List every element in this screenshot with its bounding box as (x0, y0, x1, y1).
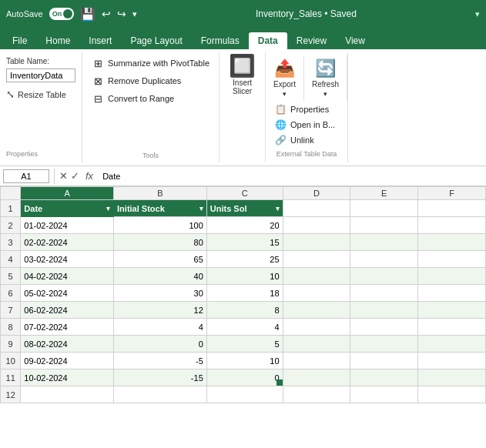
cell-f11[interactable] (418, 369, 486, 386)
cell-f1[interactable] (418, 200, 486, 217)
cell-f3[interactable] (418, 234, 486, 251)
unlink-button[interactable]: 🔗 Unlink (272, 133, 341, 147)
cell-d11[interactable] (283, 369, 350, 386)
cell-f7[interactable] (418, 302, 486, 319)
col-header-f[interactable]: F (418, 187, 486, 200)
cell-c6[interactable]: 18 (206, 285, 283, 302)
cell-c8[interactable]: 4 (206, 319, 283, 336)
cell-e7[interactable] (350, 302, 418, 319)
cell-b1[interactable]: Initial Stock ▾ (114, 200, 207, 217)
cell-d2[interactable] (283, 217, 350, 234)
cell-a8[interactable]: 07-02-2024 (21, 319, 114, 336)
cell-c11[interactable]: 0 (206, 369, 283, 386)
cell-e4[interactable] (350, 251, 418, 268)
sold-filter-arrow[interactable]: ▾ (276, 205, 280, 212)
cell-c3[interactable]: 15 (206, 234, 283, 251)
tab-home[interactable]: Home (36, 32, 79, 49)
tab-view[interactable]: View (336, 32, 374, 49)
cell-c10[interactable]: 10 (206, 353, 283, 369)
cell-d7[interactable] (283, 302, 350, 319)
cell-d9[interactable] (283, 336, 350, 353)
cell-e2[interactable] (350, 217, 418, 234)
cell-f6[interactable] (418, 285, 486, 302)
col-header-e[interactable]: E (350, 187, 418, 200)
cell-b7[interactable]: 12 (114, 302, 207, 319)
tab-file[interactable]: File (3, 32, 36, 49)
cell-f4[interactable] (418, 251, 486, 268)
tab-page-layout[interactable]: Page Layout (121, 32, 191, 49)
cell-b12[interactable] (114, 386, 207, 403)
tab-data[interactable]: Data (249, 32, 287, 49)
cell-e3[interactable] (350, 234, 418, 251)
cell-a4[interactable]: 03-02-2024 (21, 251, 114, 268)
cell-e11[interactable] (350, 369, 418, 386)
resize-table-button[interactable]: ⤡ Resize Table (6, 89, 66, 100)
remove-duplicates-button[interactable]: ⊠ Remove Duplicates (89, 73, 213, 89)
tab-formulas[interactable]: Formulas (192, 32, 249, 49)
cancel-formula-icon[interactable]: ✕ (59, 170, 68, 182)
col-header-c[interactable]: C (206, 187, 283, 200)
cell-b5[interactable]: 40 (114, 268, 207, 285)
cell-b9[interactable]: 0 (114, 336, 207, 353)
tab-insert[interactable]: Insert (79, 32, 121, 49)
cell-e9[interactable] (350, 336, 418, 353)
date-filter-arrow[interactable]: ▾ (106, 205, 110, 212)
convert-to-range-button[interactable]: ⊟ Convert to Range (89, 91, 213, 106)
cell-f9[interactable] (418, 336, 486, 353)
cell-b3[interactable]: 80 (114, 234, 207, 251)
summarize-pivot-button[interactable]: ⊞ Summarize with PivotTable (89, 55, 213, 71)
export-button[interactable]: 📤 Export ▾ (266, 55, 304, 101)
tab-review[interactable]: Review (287, 32, 336, 49)
cell-f12[interactable] (418, 386, 486, 403)
cell-e5[interactable] (350, 268, 418, 285)
cell-f2[interactable] (418, 217, 486, 234)
cell-d6[interactable] (283, 285, 350, 302)
cell-f8[interactable] (418, 319, 486, 336)
cell-b10[interactable]: -5 (114, 353, 207, 369)
autosave-toggle[interactable]: On (49, 8, 74, 20)
cell-a2[interactable]: 01-02-2024 (21, 217, 114, 234)
insert-slicer-button[interactable]: 🔲 InsertSlicer (220, 52, 266, 162)
table-resize-handle[interactable] (277, 379, 283, 386)
cell-a11[interactable]: 10-02-2024 (21, 369, 114, 386)
cell-e6[interactable] (350, 285, 418, 302)
quick-access-more[interactable]: ▾ (132, 9, 137, 19)
cell-a10[interactable]: 09-02-2024 (21, 353, 114, 369)
cell-e12[interactable] (350, 386, 418, 403)
cell-d3[interactable] (283, 234, 350, 251)
cell-c4[interactable]: 25 (206, 251, 283, 268)
cell-f10[interactable] (418, 353, 486, 369)
cell-a12[interactable] (21, 386, 114, 403)
cell-a6[interactable]: 05-02-2024 (21, 285, 114, 302)
cell-b4[interactable]: 65 (114, 251, 207, 268)
properties-link-button[interactable]: 📋 Properties (272, 102, 341, 116)
cell-d4[interactable] (283, 251, 350, 268)
refresh-button[interactable]: 🔄 Refresh ▾ (304, 55, 347, 101)
cell-d5[interactable] (283, 268, 350, 285)
cell-c2[interactable]: 20 (206, 217, 283, 234)
table-name-input[interactable] (6, 69, 75, 82)
cell-d10[interactable] (283, 353, 350, 369)
cell-f5[interactable] (418, 268, 486, 285)
cell-c5[interactable]: 10 (206, 268, 283, 285)
cell-a3[interactable]: 02-02-2024 (21, 234, 114, 251)
cell-b2[interactable]: 100 (114, 217, 207, 234)
col-header-a[interactable]: A (21, 187, 114, 200)
cell-d12[interactable] (283, 386, 350, 403)
cell-b8[interactable]: 4 (114, 319, 207, 336)
col-header-b[interactable]: B (114, 187, 207, 200)
cell-b11[interactable]: -15 (114, 369, 207, 386)
open-in-browser-button[interactable]: 🌐 Open in B... (272, 118, 341, 132)
cell-e8[interactable] (350, 319, 418, 336)
cell-d8[interactable] (283, 319, 350, 336)
cell-c12[interactable] (206, 386, 283, 403)
save-icon[interactable]: 💾 (80, 7, 96, 22)
cell-a1[interactable]: Date ▾ (21, 200, 114, 217)
cell-c7[interactable]: 8 (206, 302, 283, 319)
cell-a7[interactable]: 06-02-2024 (21, 302, 114, 319)
col-header-d[interactable]: D (283, 187, 350, 200)
cell-b6[interactable]: 30 (114, 285, 207, 302)
undo-icon[interactable]: ↩ (102, 8, 111, 20)
confirm-formula-icon[interactable]: ✓ (71, 170, 79, 182)
cell-c9[interactable]: 5 (206, 336, 283, 353)
